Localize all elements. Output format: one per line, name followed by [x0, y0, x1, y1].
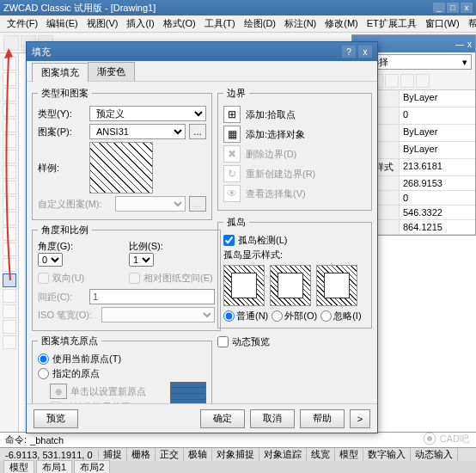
island-outer-sample[interactable]	[270, 265, 311, 306]
island-group: 孤岛 孤岛检测(L) 孤岛显示样式: 普通(N) 外部(O) 忽略(I)	[217, 216, 372, 329]
mtext-icon[interactable]	[3, 335, 16, 349]
maximize-button[interactable]: □	[447, 3, 459, 13]
menu-et[interactable]: ET扩展工具	[363, 15, 420, 32]
dialog-help-icon[interactable]: ?	[342, 46, 356, 58]
point-icon[interactable]	[3, 258, 16, 272]
dynamic-preview-checkbox[interactable]	[217, 336, 229, 347]
menu-edit[interactable]: 编辑(E)	[43, 15, 82, 32]
tab-layout2[interactable]: 布局2	[74, 460, 110, 474]
revcloud-icon[interactable]	[3, 165, 16, 179]
dialog-close-icon[interactable]: x	[358, 46, 372, 58]
watermark: CAD吧	[423, 432, 469, 445]
hatch-icon[interactable]	[3, 273, 16, 287]
scale-select[interactable]: 1	[129, 253, 154, 267]
pick-points-button[interactable]: 添加:拾取点	[246, 108, 296, 121]
status-toggle[interactable]: 栅格	[127, 448, 156, 461]
new-icon[interactable]	[3, 35, 19, 51]
xline-icon[interactable]	[3, 72, 16, 86]
set-origin-button: ⊕	[50, 384, 67, 399]
menu-modify[interactable]: 修改(M)	[321, 15, 362, 32]
circle-icon[interactable]	[3, 150, 16, 163]
rectangle-icon[interactable]	[3, 119, 16, 132]
pp-tool-icon[interactable]	[416, 74, 430, 88]
svg-point-1	[427, 436, 432, 441]
menu-view[interactable]: 视图(V)	[83, 15, 122, 32]
island-detect-checkbox[interactable]	[223, 235, 235, 246]
relpaper-checkbox	[129, 273, 140, 284]
chevron-down-icon: ▾	[462, 57, 467, 68]
command-line[interactable]: 命令: _bhatch	[0, 432, 476, 447]
select-objects-button[interactable]: 添加:选择对象	[246, 128, 305, 141]
status-toggle[interactable]: 正交	[156, 448, 184, 461]
island-ignore-sample[interactable]	[316, 265, 357, 306]
cmd-prompt: 命令:	[5, 433, 27, 446]
menu-file[interactable]: 文件(F)	[3, 15, 41, 32]
menu-format[interactable]: 格式(O)	[160, 15, 199, 32]
menu-window[interactable]: 窗口(W)	[422, 15, 463, 32]
gradient-icon[interactable]	[3, 289, 16, 303]
cmd-text: _bhatch	[30, 435, 64, 445]
tab-pattern-fill[interactable]: 图案填充	[32, 63, 88, 82]
menubar: 文件(F) 编辑(E) 视图(V) 插入(I) 格式(O) 工具(T) 绘图(D…	[0, 15, 476, 33]
minimize-button[interactable]: _	[433, 3, 445, 13]
ellipsearc-icon[interactable]	[3, 212, 16, 225]
pp-tool-icon[interactable]	[400, 74, 414, 88]
tab-layout1[interactable]: 布局1	[36, 460, 72, 474]
pick-points-icon[interactable]: ⊞	[223, 106, 241, 123]
tab-model[interactable]: 模型	[3, 460, 34, 474]
coord-display: -6.9113, 531.1911, 0	[0, 450, 99, 460]
status-toggle[interactable]: 线宽	[307, 448, 335, 461]
ellipse-icon[interactable]	[3, 196, 16, 210]
specified-origin-radio[interactable]	[38, 368, 49, 379]
island-normal-radio[interactable]	[223, 310, 235, 322]
menu-dim[interactable]: 标注(N)	[281, 15, 320, 32]
pattern-sample[interactable]	[89, 142, 153, 194]
menu-draw[interactable]: 绘图(D)	[241, 15, 279, 32]
status-toggle[interactable]: 极轴	[184, 448, 212, 461]
preview-button[interactable]: 预览	[34, 409, 78, 428]
close-button[interactable]: x	[461, 3, 473, 13]
draw-toolbar	[0, 53, 19, 449]
polyline-icon[interactable]	[3, 88, 16, 101]
spacing-input	[89, 289, 215, 304]
polygon-icon[interactable]	[3, 103, 16, 117]
status-toggle[interactable]: 动态输入	[411, 448, 458, 461]
panel-close-icon[interactable]: x	[467, 40, 472, 49]
ok-button[interactable]: 确定	[200, 409, 245, 428]
block-icon[interactable]	[3, 243, 16, 256]
select-objects-icon[interactable]: ▦	[223, 126, 241, 143]
table-icon[interactable]	[3, 320, 16, 334]
type-select[interactable]: 预定义	[89, 106, 206, 121]
tab-gradient[interactable]: 渐变色	[88, 62, 135, 81]
use-current-origin-radio[interactable]	[38, 353, 49, 365]
help-button[interactable]: 帮助	[300, 409, 345, 428]
angle-select[interactable]: 0	[38, 253, 63, 267]
custom-browse-button: …	[189, 196, 206, 212]
arc-icon[interactable]	[3, 134, 16, 148]
angle-scale-group: 角度和比例 角度(G): 0 比例(S): 1 双向(U) 相对图纸空间(E)	[32, 224, 221, 331]
island-normal-sample[interactable]	[223, 265, 265, 306]
pp-tool-icon[interactable]	[385, 74, 399, 88]
menu-tools[interactable]: 工具(T)	[201, 15, 239, 32]
menu-help[interactable]: 帮助(H)	[465, 15, 476, 32]
pattern-browse-button[interactable]: …	[189, 124, 206, 139]
status-toggle[interactable]: 对象捕捉	[212, 448, 259, 461]
panel-min-icon[interactable]: —	[455, 40, 464, 49]
cancel-button[interactable]: 取消	[250, 409, 295, 428]
recreate-boundary-icon: ↻	[223, 165, 241, 182]
status-toggle[interactable]: 对象追踪	[259, 448, 307, 461]
status-toggle[interactable]: 模型	[335, 448, 363, 461]
island-ignore-radio[interactable]	[320, 310, 332, 322]
menu-insert[interactable]: 插入(I)	[123, 15, 157, 32]
spline-icon[interactable]	[3, 181, 16, 194]
region-icon[interactable]	[3, 304, 16, 318]
insert-icon[interactable]	[3, 227, 16, 241]
island-outer-radio[interactable]	[272, 310, 283, 322]
custom-pattern-select	[115, 196, 186, 212]
pattern-select[interactable]: ANSI31	[89, 124, 186, 139]
status-toggle[interactable]: 数字输入	[363, 448, 411, 461]
titlebar: ZWCAD Classic 试用版 - [Drawing1] _ □ x	[0, 0, 476, 15]
expand-button[interactable]: >	[350, 409, 370, 428]
dialog-title: 填充	[32, 46, 51, 58]
line-icon[interactable]	[3, 57, 16, 71]
